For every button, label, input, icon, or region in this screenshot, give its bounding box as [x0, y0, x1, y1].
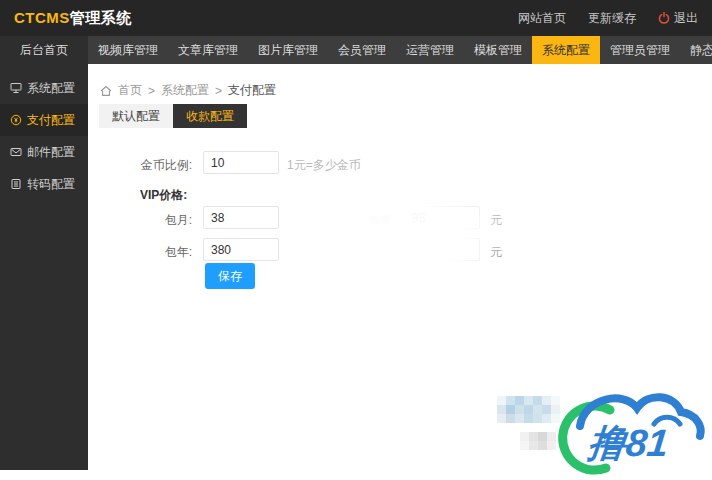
sidebar-item-payment-config[interactable]: 支付配置 [0, 104, 88, 136]
coin-ratio-hint: 1元=多少金币 [287, 157, 361, 174]
monitor-icon [10, 82, 22, 94]
power-icon [658, 12, 670, 24]
transcode-icon [10, 178, 22, 190]
coin-icon [10, 114, 22, 126]
tab-payment-collection-config[interactable]: 收款配置 [173, 104, 247, 128]
yearly-right-input[interactable] [404, 238, 480, 261]
refresh-cache-link[interactable]: 更新缓存 [588, 10, 636, 27]
home-icon [100, 85, 112, 97]
sidebar-item-label: 邮件配置 [27, 144, 75, 161]
app-title-highlight: CTCMS [14, 9, 70, 26]
nav-item-system-config[interactable]: 系统配置 [532, 36, 600, 64]
coin-ratio-input[interactable] [203, 151, 279, 174]
breadcrumb-separator: > [148, 84, 155, 98]
nav-item-member[interactable]: 会员管理 [328, 36, 396, 64]
quarterly-price-input[interactable] [404, 206, 480, 229]
cloud-logo-icon [540, 384, 712, 476]
nav-item-video[interactable]: 视频库管理 [88, 36, 168, 64]
main-nav: 后台首页 视频库管理 文章库管理 图片库管理 会员管理 运营管理 模板管理 系统… [0, 36, 712, 64]
nav-item-article[interactable]: 文章库管理 [168, 36, 248, 64]
site-home-link[interactable]: 网站首页 [518, 10, 566, 27]
tab-default-config[interactable]: 默认配置 [99, 104, 173, 128]
breadcrumb-system-config[interactable]: 系统配置 [161, 82, 209, 99]
breadcrumb-home[interactable]: 首页 [118, 82, 142, 99]
monthly-label: 包月: [130, 212, 192, 229]
censored-mosaic [520, 432, 556, 450]
mail-icon [10, 146, 22, 158]
logout-link[interactable]: 退出 [658, 10, 698, 27]
censored-mosaic [497, 396, 560, 423]
sidebar-item-system-config[interactable]: 系统配置 [0, 72, 88, 104]
app-title: CTCMS管理系统 [14, 9, 132, 28]
topbar-links: 网站首页 更新缓存 退出 [518, 10, 698, 27]
smudge-artifact [300, 182, 515, 277]
nav-item-template[interactable]: 模板管理 [464, 36, 532, 64]
refresh-cache-label: 更新缓存 [588, 10, 636, 27]
config-tabs: 默认配置 收款配置 [99, 104, 247, 128]
watermark-text: 撸81 [585, 418, 671, 469]
nav-item-image[interactable]: 图片库管理 [248, 36, 328, 64]
sidebar-item-mail-config[interactable]: 邮件配置 [0, 136, 88, 168]
vip-price-section-label: VIP价格: [140, 187, 187, 204]
nav-item-admin[interactable]: 管理员管理 [600, 36, 680, 64]
sidebar-item-transcode-config[interactable]: 转码配置 [0, 168, 88, 200]
yearly-label: 包年: [130, 244, 192, 261]
breadcrumb: 首页 > 系统配置 > 支付配置 [100, 82, 276, 99]
nav-item-operation[interactable]: 运营管理 [396, 36, 464, 64]
sidebar-item-label: 支付配置 [27, 112, 75, 129]
sidebar-item-label: 系统配置 [27, 80, 75, 97]
app-title-rest: 管理系统 [70, 9, 132, 26]
coin-ratio-label: 金币比例: [130, 157, 192, 174]
sidebar: 系统配置 支付配置 邮件配置 转码配置 [0, 64, 88, 470]
save-button[interactable]: 保存 [205, 263, 255, 289]
nav-item-static[interactable]: 静态 [680, 36, 712, 64]
quarterly-label: 包季 [348, 212, 392, 229]
sidebar-item-label: 转码配置 [27, 176, 75, 193]
nav-item-dashboard[interactable]: 后台首页 [0, 36, 88, 64]
yearly-price-input[interactable] [203, 238, 279, 261]
top-bar: CTCMS管理系统 网站首页 更新缓存 退出 [0, 0, 712, 36]
breadcrumb-separator: > [215, 84, 222, 98]
yearly-right-unit: 元 [490, 244, 502, 261]
breadcrumb-payment-config: 支付配置 [228, 82, 276, 99]
watermark-logo: 撸81 [540, 384, 712, 476]
site-home-label: 网站首页 [518, 10, 566, 27]
quarterly-unit: 元 [490, 212, 502, 229]
monthly-price-input[interactable] [203, 206, 279, 229]
logout-label: 退出 [674, 10, 698, 27]
